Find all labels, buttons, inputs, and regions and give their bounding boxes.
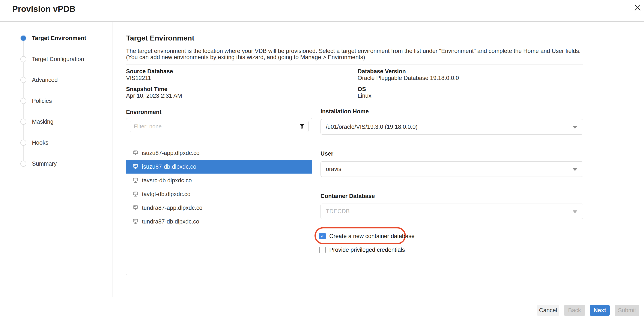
- step-summary[interactable]: Summary: [0, 161, 112, 167]
- host-icon: [132, 150, 138, 156]
- environment-name: tundra87-db.dlpxdc.co: [142, 218, 199, 225]
- os-label: OS: [358, 86, 366, 93]
- step-dot: [20, 119, 26, 125]
- step-label: Policies: [32, 98, 52, 104]
- create-new-cdb-checkbox-row[interactable]: ✓ Create a new container database: [319, 231, 414, 242]
- user-dropdown[interactable]: oravis: [320, 161, 583, 177]
- host-icon: [132, 205, 138, 211]
- list-item-environment[interactable]: tundra87-db.dlpxdc.co: [126, 215, 312, 228]
- environment-name: tavtgt-db.dlpxdc.co: [142, 191, 190, 198]
- environment-list: isuzu87-app.dlpxdc.co isuzu87-db.dlpxdc.…: [126, 146, 312, 228]
- step-label: Target Environment: [32, 35, 86, 41]
- next-button[interactable]: Next: [590, 305, 610, 316]
- back-button[interactable]: Back: [564, 305, 585, 316]
- step-label: Target Configuration: [32, 56, 84, 62]
- step-dot: [20, 77, 26, 83]
- environment-filter-input[interactable]: [130, 121, 309, 132]
- host-icon: [132, 191, 138, 197]
- page-title: Target Environment: [126, 34, 194, 42]
- step-hooks[interactable]: Hooks: [0, 140, 112, 146]
- provision-vpdb-dialog: Provision vPDB Target Environment Target…: [0, 0, 644, 321]
- step-label: Hooks: [32, 140, 48, 146]
- container-database-dropdown: TDECDB: [320, 204, 583, 219]
- source-database-label: Source Database: [126, 68, 173, 75]
- step-label: Summary: [32, 161, 57, 167]
- installation-home-label: Installation Home: [320, 108, 369, 115]
- main-content: Target Environment The target environmen…: [126, 0, 583, 321]
- environment-name: isuzu87-app.dlpxdc.co: [142, 150, 200, 156]
- list-item-environment[interactable]: tundra87-app.dlpxdc.co: [126, 201, 312, 215]
- step-dot: [20, 140, 26, 146]
- snapshot-time-label: Snapshot Time: [126, 86, 168, 93]
- cancel-button[interactable]: Cancel: [537, 305, 559, 316]
- step-dot: [20, 98, 26, 104]
- installation-home-dropdown[interactable]: /u01/oracle/VIS/19.3.0 (19.18.0.0.0): [320, 119, 583, 135]
- container-database-label: Container Database: [320, 193, 375, 200]
- list-item-environment[interactable]: tavsrc-db.dlpxdc.co: [126, 174, 312, 187]
- host-icon: [132, 164, 138, 170]
- create-new-cdb-label: Create a new container database: [329, 233, 414, 240]
- user-value: oravis: [326, 166, 341, 172]
- step-dot: [20, 56, 26, 62]
- divider: [126, 64, 583, 65]
- divider: [126, 104, 583, 104]
- environment-filter: [130, 121, 309, 132]
- environment-label: Environment: [126, 109, 162, 115]
- privileged-credentials-checkbox-row[interactable]: Provide privileged credentials: [319, 244, 405, 256]
- submit-button[interactable]: Submit: [615, 305, 639, 316]
- list-item-environment[interactable]: tavtgt-db.dlpxdc.co: [126, 187, 312, 201]
- environment-name: isuzu87-db.dlpxdc.co: [142, 164, 196, 170]
- chevron-down-icon: [572, 126, 577, 129]
- database-version-label: Database Version: [358, 68, 406, 75]
- step-target-environment[interactable]: Target Environment: [0, 35, 112, 41]
- checkbox-checked-icon[interactable]: ✓: [319, 233, 326, 239]
- step-policies[interactable]: Policies: [0, 98, 112, 104]
- filter-funnel-icon[interactable]: [299, 123, 305, 130]
- privileged-credentials-label: Provide privileged credentials: [329, 247, 405, 253]
- check-mark-icon: ✓: [320, 234, 324, 239]
- step-advanced[interactable]: Advanced: [0, 77, 112, 83]
- dialog-footer: Cancel Back Next Submit: [537, 305, 639, 316]
- wizard-stepper: Target Environment Target Configuration …: [0, 22, 112, 193]
- container-database-value: TDECDB: [326, 208, 350, 215]
- step-label: Masking: [32, 119, 54, 125]
- chevron-down-icon: [572, 210, 577, 213]
- host-icon: [132, 177, 138, 183]
- section-description: The target environment is the location w…: [126, 48, 583, 60]
- environment-name: tavsrc-db.dlpxdc.co: [142, 177, 192, 184]
- step-target-configuration[interactable]: Target Configuration: [0, 56, 112, 62]
- step-dot: [20, 161, 26, 167]
- list-item-environment-selected[interactable]: isuzu87-db.dlpxdc.co: [126, 160, 312, 174]
- host-icon: [132, 219, 138, 225]
- step-masking[interactable]: Masking: [0, 119, 112, 125]
- close-icon: [633, 3, 642, 13]
- user-label: User: [320, 150, 333, 157]
- list-item-environment[interactable]: isuzu87-app.dlpxdc.co: [126, 146, 312, 160]
- close-button[interactable]: [632, 2, 643, 14]
- dialog-title: Provision vPDB: [12, 4, 76, 14]
- snapshot-time-value: Apr 10, 2023 2:31 AM: [126, 93, 182, 99]
- database-version-value: Oracle Pluggable Database 19.18.0.0.0: [358, 75, 459, 81]
- sidebar-divider: [112, 22, 113, 297]
- environment-panel: isuzu87-app.dlpxdc.co isuzu87-db.dlpxdc.…: [126, 118, 312, 275]
- source-database-value: VIS12211: [126, 75, 151, 81]
- chevron-down-icon: [572, 168, 577, 171]
- step-dot-active: [20, 35, 26, 41]
- os-value: Linux: [358, 93, 372, 99]
- environment-name: tundra87-app.dlpxdc.co: [142, 205, 202, 211]
- installation-home-value: /u01/oracle/VIS/19.3.0 (19.18.0.0.0): [326, 124, 418, 130]
- checkbox-unchecked-icon[interactable]: [319, 247, 326, 253]
- step-label: Advanced: [32, 77, 58, 83]
